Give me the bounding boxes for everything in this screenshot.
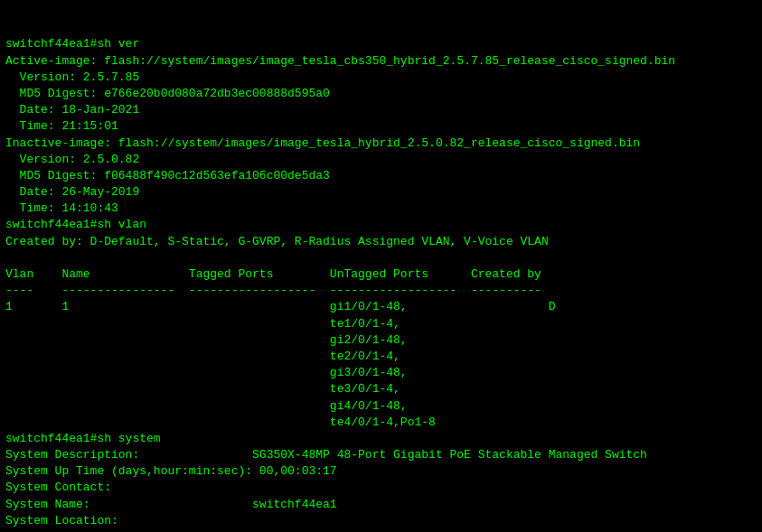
terminal-output: switchf44ea1#sh ver Active-image: flash:… [5, 36, 757, 532]
terminal-window[interactable]: switchf44ea1#sh ver Active-image: flash:… [0, 0, 762, 532]
